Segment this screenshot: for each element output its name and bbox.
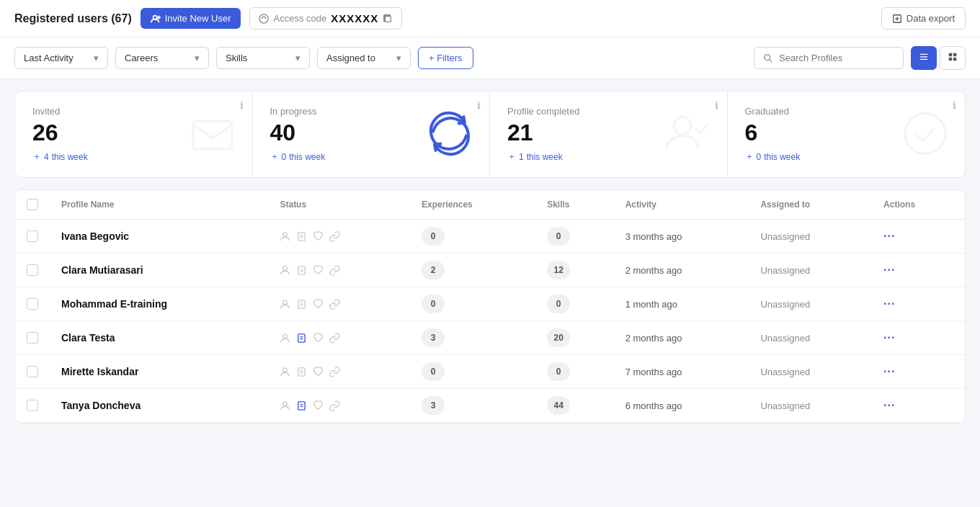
document-status-icon[interactable] xyxy=(296,299,307,310)
assigned-to-text: Unassigned xyxy=(760,265,810,276)
row-checkbox[interactable] xyxy=(27,264,38,276)
user-check-icon xyxy=(662,108,713,161)
more-filters-button[interactable]: + Filters xyxy=(418,47,473,69)
heart-status-icon[interactable] xyxy=(313,367,324,377)
skills-filter[interactable]: Skills ▾ xyxy=(216,47,310,69)
profile-name: Ivana Begovic xyxy=(61,230,129,242)
more-actions-button[interactable]: ··· xyxy=(883,365,895,378)
experiences-badge: 2 xyxy=(422,261,445,279)
actions-cell: ··· xyxy=(872,254,965,287)
user-status-icon[interactable] xyxy=(280,367,290,377)
assigned-to-text: Unassigned xyxy=(760,400,810,411)
last-activity-filter[interactable]: Last Activity ▾ xyxy=(14,47,108,69)
more-actions-button[interactable]: ··· xyxy=(883,230,895,243)
select-all-header xyxy=(15,190,50,220)
select-all-checkbox[interactable] xyxy=(27,199,38,210)
info-icon[interactable]: ℹ xyxy=(715,100,718,111)
activity-cell: 1 month ago xyxy=(614,287,749,321)
assigned-to-text: Unassigned xyxy=(760,367,810,377)
heart-status-icon[interactable] xyxy=(313,299,324,310)
status-cell xyxy=(268,254,410,287)
info-icon[interactable]: ℹ xyxy=(477,100,481,111)
skills-cell: 44 xyxy=(535,389,613,423)
grid-view-button[interactable] xyxy=(940,46,966,70)
row-checkbox-cell xyxy=(15,254,50,287)
info-icon[interactable]: ℹ xyxy=(240,100,244,111)
status-cell xyxy=(268,287,410,321)
user-status-icon[interactable] xyxy=(280,231,290,242)
stat-invited: ℹ Invited 26 ＋ 4 this week xyxy=(15,91,253,177)
row-checkbox[interactable] xyxy=(27,332,38,344)
link-status-icon[interactable] xyxy=(329,299,340,310)
svg-rect-29 xyxy=(298,300,305,308)
assigned-to-cell: Unassigned xyxy=(749,287,872,321)
svg-rect-10 xyxy=(920,54,928,55)
document-status-icon[interactable] xyxy=(296,400,307,411)
svg-rect-16 xyxy=(953,58,956,60)
link-status-icon[interactable] xyxy=(329,400,340,411)
more-actions-button[interactable]: ··· xyxy=(883,331,895,344)
actions-cell: ··· xyxy=(872,287,965,321)
top-bar: Registered users (67) Invite New User Ac… xyxy=(0,0,980,37)
activity-cell: 2 months ago xyxy=(614,321,749,355)
assigned-to-filter[interactable]: Assigned to ▾ xyxy=(317,47,411,69)
link-status-icon[interactable] xyxy=(329,367,340,377)
activity-text: 2 months ago xyxy=(625,265,682,276)
document-status-icon[interactable] xyxy=(296,367,307,377)
more-actions-button[interactable]: ··· xyxy=(883,264,895,277)
copy-icon[interactable] xyxy=(383,14,393,24)
data-export-button[interactable]: Data export xyxy=(881,7,966,30)
profile-name-cell: Clara Mutiarasari xyxy=(50,254,268,287)
access-code-value: XXXXXX xyxy=(331,12,378,24)
experiences-badge: 0 xyxy=(422,295,445,313)
stat-in-progress: ℹ In progress 40 ＋ 0 this week xyxy=(253,91,491,177)
link-status-icon[interactable] xyxy=(329,333,340,344)
experiences-cell: 3 xyxy=(410,321,535,355)
col-skills: Skills xyxy=(535,190,613,220)
document-status-icon[interactable] xyxy=(296,333,307,344)
svg-point-3 xyxy=(259,14,268,22)
row-checkbox[interactable] xyxy=(27,298,38,310)
status-icons xyxy=(280,265,398,276)
search-input[interactable] xyxy=(779,53,894,63)
actions-cell: ··· xyxy=(872,389,965,423)
info-icon[interactable]: ℹ xyxy=(953,100,956,111)
user-status-icon[interactable] xyxy=(280,333,290,344)
document-status-icon[interactable] xyxy=(296,265,307,276)
export-icon xyxy=(892,14,902,24)
user-status-icon[interactable] xyxy=(280,400,290,411)
heart-status-icon[interactable] xyxy=(313,333,324,344)
table-row: Tanya Doncheva xyxy=(15,389,965,423)
more-actions-button[interactable]: ··· xyxy=(883,297,895,310)
svg-point-24 xyxy=(283,266,288,270)
assigned-to-cell: Unassigned xyxy=(749,355,872,389)
experiences-cell: 2 xyxy=(410,254,535,287)
heart-status-icon[interactable] xyxy=(313,265,324,276)
status-icons xyxy=(280,333,398,344)
more-actions-button[interactable]: ··· xyxy=(883,399,895,412)
careers-filter[interactable]: Careers ▾ xyxy=(115,47,209,69)
col-experiences: Experiences xyxy=(410,190,535,220)
stats-row: ℹ Invited 26 ＋ 4 this week ℹ In progress… xyxy=(14,91,966,178)
row-checkbox[interactable] xyxy=(27,366,38,377)
document-status-icon[interactable] xyxy=(296,231,307,242)
row-checkbox[interactable] xyxy=(27,400,38,411)
badge-check-icon xyxy=(900,108,950,161)
status-cell xyxy=(268,220,410,254)
heart-status-icon[interactable] xyxy=(313,400,324,411)
heart-status-icon[interactable] xyxy=(313,231,324,242)
link-status-icon[interactable] xyxy=(329,265,340,276)
experiences-cell: 0 xyxy=(410,220,535,254)
user-status-icon[interactable] xyxy=(280,299,290,310)
user-status-icon[interactable] xyxy=(280,265,290,276)
skills-cell: 12 xyxy=(535,254,613,287)
invite-new-user-button[interactable]: Invite New User xyxy=(141,8,241,29)
filter-bar: Last Activity ▾ Careers ▾ Skills ▾ Assig… xyxy=(0,37,980,79)
skills-badge: 12 xyxy=(547,261,570,279)
row-checkbox[interactable] xyxy=(27,230,38,242)
link-status-icon[interactable] xyxy=(329,231,340,242)
assigned-to-text: Unassigned xyxy=(760,299,810,310)
svg-rect-21 xyxy=(298,232,305,240)
list-view-button[interactable] xyxy=(911,46,937,70)
table-row: Ivana Begovic xyxy=(15,220,965,254)
